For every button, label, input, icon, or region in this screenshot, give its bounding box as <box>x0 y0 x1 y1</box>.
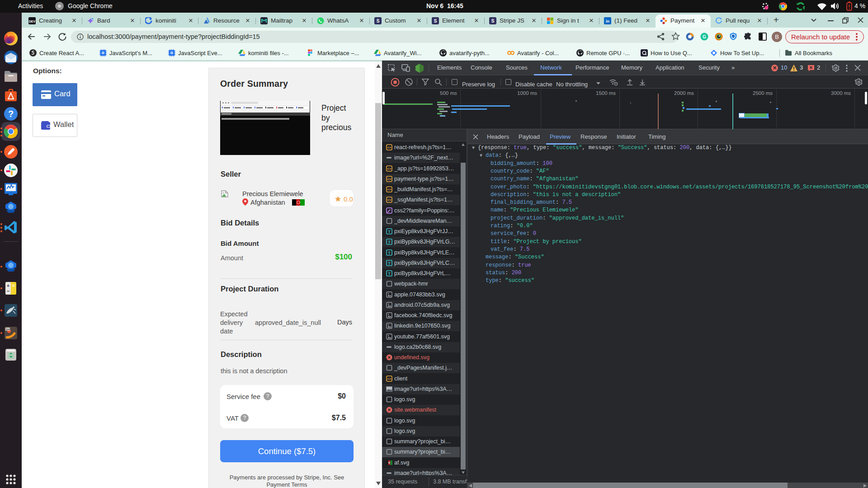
svg-text:T: T <box>388 240 391 244</box>
svg-text:?: ? <box>8 109 14 119</box>
svg-text:S: S <box>434 19 437 23</box>
svg-text:S: S <box>377 19 380 23</box>
svg-text:+: + <box>7 283 9 288</box>
svg-text:T: T <box>388 250 391 255</box>
svg-text:−: − <box>7 288 9 294</box>
svg-text:<>: <> <box>387 377 392 381</box>
svg-text:=: = <box>12 283 15 288</box>
svg-text:T: T <box>388 261 391 265</box>
svg-text:G4: G4 <box>6 328 10 331</box>
svg-text:<>: <> <box>387 198 392 202</box>
svg-text:DEV: DEV <box>29 20 36 23</box>
svg-text:T: T <box>388 230 391 234</box>
svg-text:<>: <> <box>387 167 392 171</box>
svg-text:T: T <box>388 272 391 276</box>
svg-text:S: S <box>491 19 495 23</box>
svg-text:<>: <> <box>387 145 392 150</box>
svg-text:G: G <box>703 34 706 39</box>
svg-text:<>: <> <box>387 188 392 192</box>
svg-text:<>: <> <box>387 177 392 181</box>
svg-text:in: in <box>606 19 609 23</box>
